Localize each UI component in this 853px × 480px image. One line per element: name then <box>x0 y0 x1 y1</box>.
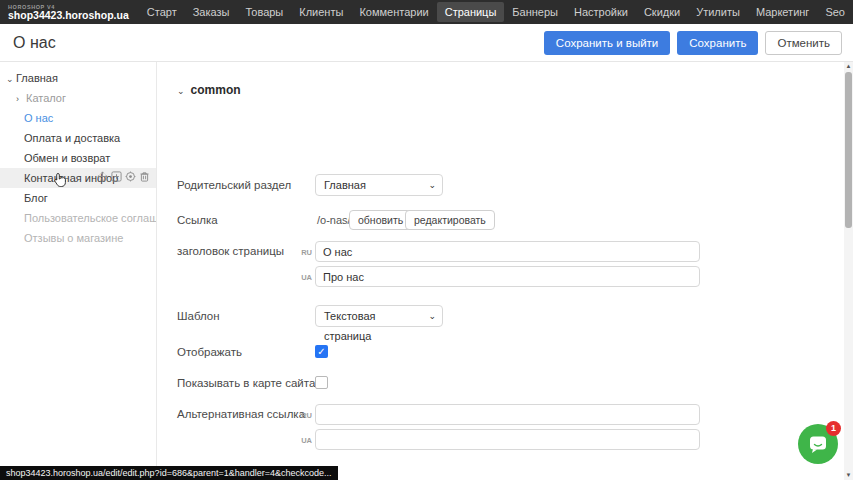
display-label: Отображать <box>177 346 242 358</box>
save-and-exit-button[interactable]: Сохранить и выйти <box>544 31 670 55</box>
page-header: О нас Сохранить и выйти Сохранить Отмени… <box>0 24 853 62</box>
chat-bubble-icon <box>808 434 828 454</box>
template-label: Шаблон <box>177 310 220 322</box>
page-edit-form: ⌄common Родительский раздел Главная ⌄ Сс… <box>156 62 844 480</box>
status-url-bar: shop34423.horoshop.ua/edit/edit.php?id=6… <box>0 466 338 480</box>
link-edit-button[interactable]: редактировать <box>405 210 495 230</box>
logo[interactable]: HOROSHOP V4 shop34423.horoshop.ua <box>0 4 139 21</box>
tree-item-oplata[interactable]: Оплата и доставка <box>0 128 156 148</box>
menu-comments[interactable]: Комментарии <box>351 2 436 22</box>
tree-item-o-nas[interactable]: О нас <box>0 108 156 128</box>
alt-link-ua-input[interactable] <box>315 429 700 450</box>
page-title-ua-row: UA <box>157 266 844 288</box>
menu-utilities[interactable]: Утилиты <box>688 2 748 22</box>
scroll-up-icon[interactable]: ▲ <box>844 62 853 71</box>
link-row: Ссылка /o-nas/ обновить редактировать <box>157 208 844 230</box>
display-row: Отображать ✓ <box>157 345 844 361</box>
parent-section-select[interactable]: Главная ⌄ <box>315 174 443 196</box>
page-title-ru-input[interactable] <box>315 241 700 262</box>
tree-item-katalog[interactable]: ›Каталог <box>0 88 156 108</box>
parent-section-row: Родительский раздел Главная ⌄ <box>157 174 844 198</box>
tree-item-label: Отзывы о магазине <box>24 232 123 244</box>
alt-link-ru-row: Альтернативная ссылка RU <box>157 404 844 426</box>
chat-unread-badge: 1 <box>826 421 841 436</box>
template-row: Шаблон Текстовая страница ⌄ <box>157 305 844 329</box>
page-title-ua-input[interactable] <box>315 266 700 287</box>
logo-domain: shop34423.horoshop.ua <box>8 10 129 21</box>
alt-link-ua-row: UA <box>157 429 844 451</box>
trash-icon[interactable] <box>139 171 150 182</box>
chat-widget[interactable]: 1 <box>798 424 838 464</box>
display-checkbox[interactable]: ✓ <box>315 345 328 358</box>
menu-discounts[interactable]: Скидки <box>636 2 688 22</box>
horoshop-admin: HOROSHOP V4 shop34423.horoshop.ua Старт … <box>0 0 853 480</box>
pages-tree: ⌄Главная ›Каталог О нас Оплата и доставк… <box>0 62 156 248</box>
menu-marketing[interactable]: Маркетинг <box>748 2 817 22</box>
header-buttons: Сохранить и выйти Сохранить Отменить <box>544 31 853 55</box>
tree-item-obmen[interactable]: Обмен и возврат <box>0 148 156 168</box>
tree-item-label: Главная <box>16 72 58 84</box>
lang-ru-badge: RU <box>297 411 312 420</box>
tree-item-label: Каталог <box>26 92 66 104</box>
link-update-button[interactable]: обновить <box>349 210 412 230</box>
tree-item-label: Обмен и возврат <box>24 152 110 164</box>
tree-item-kontaktnaya[interactable]: Контактная инфор <box>0 168 156 188</box>
menu-pages[interactable]: Страницы <box>437 2 505 22</box>
move-icon[interactable] <box>97 171 108 182</box>
tree-item-label: Оплата и доставка <box>24 132 120 144</box>
section-common-header[interactable]: ⌄common <box>177 80 853 98</box>
tree-item-label: О нас <box>24 112 53 124</box>
main-scrollbar[interactable]: ▲ ▼ <box>844 62 853 480</box>
tree-item-soglashenie[interactable]: Пользовательское соглашение <box>0 208 156 228</box>
link-label: Ссылка <box>177 214 218 226</box>
alt-link-ru-input[interactable] <box>315 404 700 425</box>
top-bar: HOROSHOP V4 shop34423.horoshop.ua Старт … <box>0 0 853 24</box>
scroll-down-icon[interactable]: ▼ <box>844 471 853 480</box>
menu-orders[interactable]: Заказы <box>185 2 238 22</box>
chevron-down-icon: ⌄ <box>428 306 436 326</box>
menu-settings[interactable]: Настройки <box>566 2 636 22</box>
lang-ru-badge: RU <box>297 248 312 257</box>
add-icon[interactable] <box>111 171 122 182</box>
tree-item-otzyvy[interactable]: Отзывы о магазине <box>0 228 156 248</box>
tree-item-blog[interactable]: Блог <box>0 188 156 208</box>
lang-ua-badge: UA <box>297 436 312 445</box>
lang-ua-badge: UA <box>297 273 312 282</box>
menu-banners[interactable]: Баннеры <box>504 2 566 22</box>
scrollbar-thumb[interactable] <box>845 72 852 228</box>
parent-section-label: Родительский раздел <box>177 179 291 191</box>
sitemap-row: Показывать в карте сайта <box>157 376 844 392</box>
tree-item-label: Блог <box>24 192 48 204</box>
main-menu: Старт Заказы Товары Клиенты Комментарии … <box>139 0 853 24</box>
cancel-button[interactable]: Отменить <box>765 31 842 55</box>
sitemap-checkbox[interactable] <box>315 376 328 389</box>
save-button[interactable]: Сохранить <box>677 31 758 55</box>
tree-item-glavnaya[interactable]: ⌄Главная <box>0 68 156 88</box>
template-value: Текстовая страница <box>324 310 375 342</box>
pages-tree-sidebar: ⌄Главная ›Каталог О нас Оплата и доставк… <box>0 62 156 480</box>
alt-link-label: Альтернативная ссылка <box>177 408 305 420</box>
chevron-down-icon[interactable]: ⌄ <box>6 69 16 89</box>
chevron-down-icon: ⌄ <box>177 86 185 96</box>
menu-clients[interactable]: Клиенты <box>291 2 351 22</box>
section-common-title: common <box>191 83 241 97</box>
sitemap-label: Показывать в карте сайта <box>177 377 315 389</box>
parent-section-value: Главная <box>324 179 366 191</box>
menu-start[interactable]: Старт <box>139 2 185 22</box>
template-select[interactable]: Текстовая страница ⌄ <box>315 305 443 327</box>
chevron-down-icon: ⌄ <box>428 175 436 195</box>
tree-item-actions <box>97 171 150 182</box>
page-title-label: заголовок страницы <box>177 245 284 257</box>
page-title-ru-row: заголовок страницы RU <box>157 241 844 263</box>
menu-products[interactable]: Товары <box>237 2 291 22</box>
gear-icon[interactable] <box>125 171 136 182</box>
page-title: О нас <box>0 34 56 52</box>
chevron-right-icon[interactable]: › <box>16 89 26 109</box>
menu-seo[interactable]: Seo <box>817 2 853 22</box>
link-value: /o-nas/ <box>317 214 351 226</box>
